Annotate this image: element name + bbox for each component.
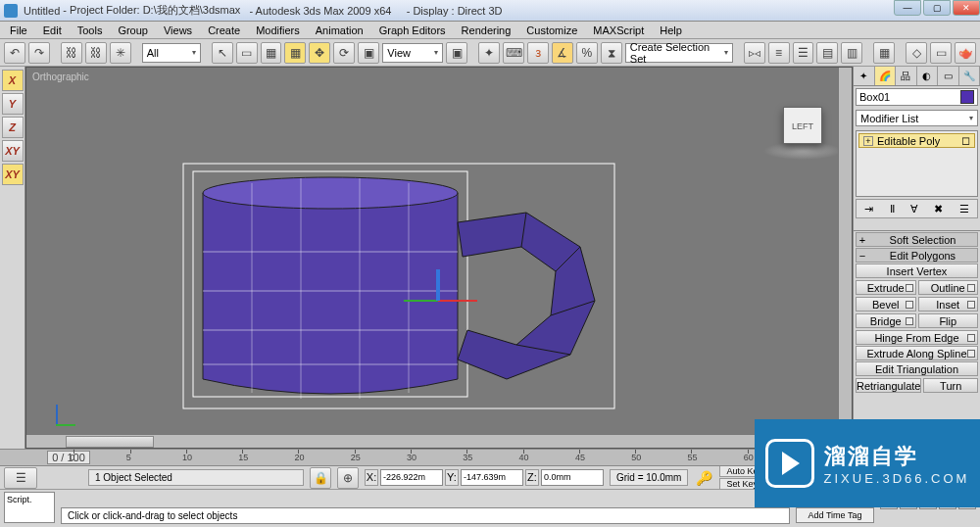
- insert-vertex-button[interactable]: Insert Vertex: [856, 264, 978, 278]
- close-button[interactable]: ✕: [953, 0, 980, 16]
- curve-editor-button[interactable]: ▤: [816, 42, 838, 64]
- x-input[interactable]: -226.922m: [380, 469, 443, 486]
- time-config-icon[interactable]: ☰: [4, 467, 37, 489]
- tab-modify[interactable]: 🌈: [875, 67, 897, 85]
- show-end-result-icon[interactable]: Ⅱ: [890, 203, 895, 216]
- spinner-snap-button[interactable]: ⧗: [601, 42, 622, 64]
- retriangulate-button[interactable]: Retriangulate: [856, 378, 921, 393]
- material-editor-button[interactable]: ▦: [873, 42, 895, 64]
- select-scale-button[interactable]: ▣: [358, 42, 379, 64]
- object-color-swatch[interactable]: [960, 90, 974, 104]
- viewcube[interactable]: LEFT: [783, 107, 822, 144]
- rollout-soft-selection[interactable]: +Soft Selection: [856, 232, 978, 247]
- menu-edit[interactable]: Edit: [35, 23, 70, 38]
- rendered-frame-button[interactable]: ▭: [930, 42, 952, 64]
- menu-tools[interactable]: Tools: [70, 23, 111, 38]
- modifier-stack[interactable]: + Editable Poly ◻: [856, 130, 978, 197]
- menu-maxscript[interactable]: MAXScript: [585, 23, 652, 38]
- menu-rendering[interactable]: Rendering: [454, 23, 519, 38]
- axis-constraints-toolbar: X Y Z XY XY: [0, 67, 25, 449]
- inset-button[interactable]: Inset: [918, 297, 979, 311]
- render-setup-button[interactable]: ◇: [906, 42, 927, 64]
- layer-manager-button[interactable]: ☰: [793, 42, 814, 64]
- menu-animation[interactable]: Animation: [308, 23, 371, 38]
- tab-create[interactable]: ✦: [854, 67, 875, 85]
- viewport[interactable]: Orthographic LEFT: [25, 67, 853, 449]
- lock-selection-icon[interactable]: 🔒: [310, 467, 331, 489]
- constrain-z-button[interactable]: Z: [2, 117, 24, 138]
- render-production-button[interactable]: 🫖: [955, 42, 976, 64]
- window-crossing-button[interactable]: ▦: [284, 42, 306, 64]
- extrude-button[interactable]: Extrude: [856, 280, 916, 295]
- link-button[interactable]: ⛓: [61, 42, 82, 64]
- flip-button[interactable]: Flip: [918, 313, 979, 328]
- make-unique-icon[interactable]: ∀: [910, 203, 918, 216]
- stack-editable-poly[interactable]: + Editable Poly ◻: [858, 133, 975, 148]
- ref-coord-dropdown[interactable]: View: [382, 43, 443, 63]
- keyboard-shortcut-button[interactable]: ⌨: [503, 42, 524, 64]
- title-app: - Autodesk 3ds Max 2009 x64: [249, 5, 391, 17]
- menu-group[interactable]: Group: [110, 23, 156, 38]
- bridge-button[interactable]: Bridge: [856, 313, 916, 328]
- title-file: Untitled: [24, 5, 60, 17]
- schematic-view-button[interactable]: ▥: [841, 42, 862, 64]
- viewport-hscrollbar[interactable]: [26, 434, 852, 448]
- app-icon: [4, 4, 18, 18]
- menu-views[interactable]: Views: [156, 23, 200, 38]
- angle-snap-button[interactable]: ∡: [552, 42, 573, 64]
- absolute-transform-icon[interactable]: ⊕: [337, 467, 359, 489]
- menu-customize[interactable]: Customize: [518, 23, 585, 38]
- bevel-button[interactable]: Bevel: [856, 297, 916, 311]
- extrude-along-spline-button[interactable]: Extrude Along Spline: [856, 346, 978, 360]
- viewport-vscrollbar[interactable]: [838, 68, 852, 434]
- configure-sets-icon[interactable]: ☰: [959, 203, 969, 216]
- mirror-button[interactable]: ▹◃: [744, 42, 765, 64]
- percent-snap-button[interactable]: %: [576, 42, 598, 64]
- menu-file[interactable]: File: [2, 23, 35, 38]
- z-input[interactable]: 0.0mm: [541, 469, 604, 486]
- redo-button[interactable]: ↷: [28, 42, 50, 64]
- select-move-button[interactable]: ✥: [309, 42, 330, 64]
- pin-stack-icon[interactable]: ⇥: [864, 203, 873, 216]
- tab-motion[interactable]: ◐: [917, 67, 939, 85]
- y-input[interactable]: -147.639m: [461, 469, 523, 486]
- turn-button[interactable]: Turn: [923, 378, 978, 393]
- constrain-y-button[interactable]: Y: [2, 93, 24, 115]
- outline-button[interactable]: Outline: [918, 280, 979, 295]
- object-name-field[interactable]: Box01: [856, 88, 978, 106]
- bind-spacewarp-button[interactable]: ✳: [110, 42, 131, 64]
- menu-modifiers[interactable]: Modifiers: [248, 23, 308, 38]
- modifier-list-dropdown[interactable]: Modifier List: [856, 110, 978, 126]
- minimize-button[interactable]: —: [894, 0, 921, 16]
- add-time-tag-button[interactable]: Add Time Tag: [796, 507, 874, 523]
- key-mode-icon[interactable]: 🔑: [694, 468, 713, 488]
- select-button[interactable]: ↖: [212, 42, 233, 64]
- snap-toggle-button[interactable]: ɜ: [527, 42, 549, 64]
- expand-icon[interactable]: +: [863, 136, 873, 146]
- tab-hierarchy[interactable]: 品: [896, 67, 917, 85]
- menu-create[interactable]: Create: [200, 23, 248, 38]
- select-region-button[interactable]: ▦: [261, 42, 282, 64]
- remove-modifier-icon[interactable]: ✖: [934, 203, 943, 216]
- select-manipulate-button[interactable]: ✦: [478, 42, 500, 64]
- align-button[interactable]: ≡: [768, 42, 790, 64]
- constrain-xy2-button[interactable]: XY: [2, 164, 24, 185]
- edit-triangulation-button[interactable]: Edit Triangulation: [856, 361, 978, 376]
- constrain-x-button[interactable]: X: [2, 70, 24, 91]
- hinge-from-edge-button[interactable]: Hinge From Edge: [856, 330, 978, 345]
- select-by-name-button[interactable]: ▭: [236, 42, 258, 64]
- selection-filter-dropdown[interactable]: All: [142, 43, 201, 63]
- tab-display[interactable]: ▭: [938, 67, 959, 85]
- unlink-button[interactable]: ⛓: [85, 42, 107, 64]
- constrain-xy-button[interactable]: XY: [2, 140, 24, 162]
- tab-utilities[interactable]: 🔧: [959, 67, 981, 85]
- named-selection-dropdown[interactable]: Create Selection Set: [625, 43, 733, 63]
- maxscript-mini-listener[interactable]: Script.: [4, 492, 55, 523]
- undo-button[interactable]: ↶: [4, 42, 25, 64]
- menu-graph-editors[interactable]: Graph Editors: [371, 23, 454, 38]
- use-center-button[interactable]: ▣: [446, 42, 467, 64]
- menu-help[interactable]: Help: [652, 23, 690, 38]
- rollout-edit-polygons[interactable]: −Edit Polygons: [856, 248, 978, 263]
- select-rotate-button[interactable]: ⟳: [333, 42, 355, 64]
- maximize-button[interactable]: ▢: [923, 0, 951, 16]
